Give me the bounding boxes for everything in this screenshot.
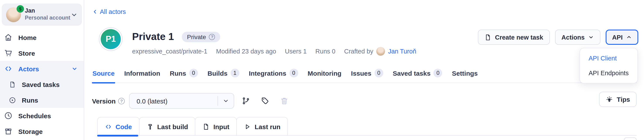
sidebar-item-label: Storage xyxy=(18,128,43,135)
delete-trash-icon[interactable] xyxy=(280,96,289,105)
lightbulb-icon xyxy=(606,96,613,103)
tab-label: Builds xyxy=(208,69,228,77)
visibility-badge: Private ? xyxy=(182,32,220,42)
tips-label: Tips xyxy=(617,96,630,103)
tab-label: Saved tasks xyxy=(393,69,430,77)
subtab-label: Last run xyxy=(255,123,280,130)
build-hammer-icon xyxy=(146,123,154,130)
tab-settings[interactable]: Settings xyxy=(452,69,478,83)
chevron-down-icon xyxy=(71,11,78,18)
tab-integrations[interactable]: Integrations 0 xyxy=(248,69,298,83)
chevron-up-icon xyxy=(626,34,632,40)
help-circle-icon[interactable]: ? xyxy=(209,34,215,40)
breadcrumb-label: All actors xyxy=(100,8,126,15)
store-cart-icon xyxy=(4,49,13,57)
tab-source[interactable]: Source xyxy=(92,69,115,83)
tab-issues[interactable]: Issues 0 xyxy=(350,69,384,83)
tab-count-badge: 0 xyxy=(434,69,442,77)
sidebar-item-label: Actors xyxy=(18,65,39,72)
tab-monitoring[interactable]: Monitoring xyxy=(307,69,342,83)
document-icon xyxy=(202,123,210,130)
tab-information[interactable]: Information xyxy=(124,69,161,83)
actor-meta-row: expressive_coast/private-1 Modified 23 d… xyxy=(132,47,416,56)
storage-box-icon xyxy=(4,127,13,136)
tag-icon[interactable] xyxy=(261,96,270,105)
author-link[interactable]: Jan Turoň xyxy=(388,48,416,55)
sidebar-item-store[interactable]: Store xyxy=(0,45,84,61)
tab-label: Monitoring xyxy=(308,69,342,77)
tab-label: Issues xyxy=(351,69,371,77)
sidebar-item-schedules[interactable]: Schedules xyxy=(0,108,84,124)
actor-path: expressive_coast/private-1 xyxy=(132,48,207,55)
tab-runs[interactable]: Runs 0 xyxy=(170,69,198,83)
play-icon xyxy=(244,123,251,130)
play-circle-icon xyxy=(9,96,16,104)
author-avatar xyxy=(376,47,385,56)
app-window: $ Jan Personal account Home Store xyxy=(0,0,644,140)
tab-label: Runs xyxy=(170,69,186,77)
clock-icon xyxy=(4,111,13,120)
modified-date: Modified 23 days ago xyxy=(216,48,276,55)
sidebar-item-saved-tasks[interactable]: Saved tasks xyxy=(0,76,84,92)
header-actions: Create new task Actions API xyxy=(478,30,638,45)
tab-saved-tasks[interactable]: Saved tasks 0 xyxy=(392,69,442,83)
actor-header-text: Private 1 Private ? expressive_coast/pri… xyxy=(132,31,416,56)
api-button[interactable]: API xyxy=(606,30,638,45)
document-icon xyxy=(484,34,492,41)
tab-count-badge: 1 xyxy=(230,69,239,77)
git-branch-icon[interactable] xyxy=(242,96,250,105)
help-circle-icon[interactable]: ? xyxy=(118,98,125,104)
sidebar-item-label: Saved tasks xyxy=(22,81,60,88)
version-select[interactable]: 0.0 (latest) xyxy=(129,93,234,109)
crafted-by: Crafted by Jan Turoň xyxy=(344,47,416,56)
actor-tabs: Source Information Runs 0 Builds 1 Integ… xyxy=(92,69,636,83)
chevron-down-icon xyxy=(218,98,234,104)
subtab-label: Code xyxy=(116,123,132,130)
chevron-down-icon xyxy=(588,34,594,40)
code-brackets-icon xyxy=(105,123,112,130)
page-title: Private 1 xyxy=(132,31,174,43)
paid-plan-badge: $ xyxy=(16,5,24,12)
tab-builds[interactable]: Builds 1 xyxy=(207,69,240,83)
tab-count-badge: 0 xyxy=(289,69,298,77)
breadcrumb-back-link[interactable]: All actors xyxy=(92,8,126,15)
tab-count-badge: 0 xyxy=(189,69,198,77)
sidebar-item-actors[interactable]: Actors xyxy=(0,61,84,76)
account-switcher[interactable]: $ Jan Personal account xyxy=(2,3,82,26)
subtab-last-run[interactable]: Last run xyxy=(236,117,288,136)
account-name: Jan xyxy=(25,8,70,15)
tab-label: Source xyxy=(92,69,115,77)
users-count: Users 1 xyxy=(285,48,307,55)
home-icon xyxy=(4,33,13,42)
sidebar-item-home[interactable]: Home xyxy=(0,30,84,45)
menu-item-api-endpoints[interactable]: API Endpoints xyxy=(580,66,638,80)
sidebar-item-label: Runs xyxy=(22,96,38,104)
actor-avatar-initials: P1 xyxy=(101,29,121,49)
sidebar-item-storage[interactable]: Storage xyxy=(0,124,84,139)
menu-item-api-client[interactable]: API Client xyxy=(580,51,638,66)
sidebar-item-label: Store xyxy=(18,49,35,57)
sidebar-item-label: Home xyxy=(18,34,36,41)
chevron-left-icon xyxy=(92,9,98,15)
tips-button[interactable]: Tips xyxy=(599,92,636,107)
document-icon xyxy=(9,81,16,88)
sidebar-item-runs[interactable]: Runs xyxy=(0,92,84,108)
version-bar: Version ? 0.0 (latest) xyxy=(92,93,644,109)
create-new-task-label: Create new task xyxy=(495,34,543,41)
user-avatar: $ xyxy=(6,7,21,22)
runs-count: Runs 0 xyxy=(316,48,336,55)
create-new-task-button[interactable]: Create new task xyxy=(478,30,550,45)
source-subtabs-row: Code Last build Input xyxy=(97,117,636,136)
sidebar: $ Jan Personal account Home Store xyxy=(0,0,84,140)
actions-label: Actions xyxy=(561,34,584,41)
crafted-by-label: Crafted by xyxy=(344,48,374,55)
actions-button[interactable]: Actions xyxy=(555,30,600,45)
api-dropdown-menu: API Client API Endpoints xyxy=(580,48,638,83)
main-content: All actors P1 Private 1 Private ? expres… xyxy=(84,0,644,140)
subtab-code[interactable]: Code xyxy=(97,117,139,136)
subtab-input[interactable]: Input xyxy=(195,117,237,136)
tab-label: Settings xyxy=(452,69,478,77)
subtab-last-build[interactable]: Last build xyxy=(139,117,196,136)
tab-label: Information xyxy=(124,69,160,77)
tab-label: Integrations xyxy=(249,69,286,77)
